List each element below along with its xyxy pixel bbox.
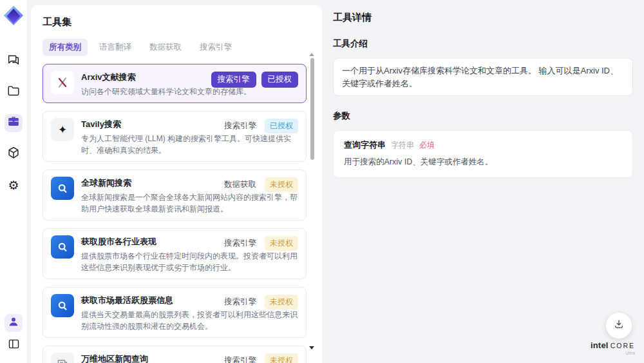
category-label: 数据获取	[224, 179, 256, 190]
sidebar-item-settings[interactable]: ⚙	[5, 176, 23, 194]
tab-all-categories[interactable]: 所有类别	[43, 39, 88, 56]
panel-layout-icon	[7, 337, 21, 353]
category-tabs: 所有类别 语言翻译 数据获取 搜索引擎	[43, 39, 322, 56]
gear-icon: ⚙	[8, 179, 19, 191]
download-icon	[613, 319, 625, 333]
auth-status-badge: 未授权	[265, 236, 298, 251]
page-title: 工具集	[43, 16, 322, 28]
intel-core-logo: intelCORE Ultra	[591, 339, 635, 356]
tool-badges: 数据获取 未授权	[224, 177, 298, 192]
param-required-flag: 必填	[419, 140, 435, 151]
auth-status-badge: 未授权	[265, 177, 298, 192]
user-icon	[7, 315, 20, 331]
param-card: 查询字符串 字符串 必填 用于搜索的Arxiv ID、关键字或作者姓名。	[333, 130, 633, 178]
category-label: 搜索引擎	[224, 121, 256, 132]
folder-icon	[6, 84, 21, 101]
news-search-icon	[51, 235, 74, 259]
left-rail: ⚙	[0, 0, 27, 363]
param-name: 查询字符串	[344, 139, 386, 151]
tool-list-panel: 工具集 所有类别 语言翻译 数据获取 搜索引擎 Arxiv文献搜索 访问各个研究…	[31, 5, 322, 363]
tool-card-global-news[interactable]: 全球新闻搜索 全球新闻搜索是一个聚合全球各大新闻网站内容的搜索引擎，帮助用户快速…	[43, 170, 307, 221]
tool-details-panel: 工具详情 工具介绍 一个用于从Arxiv存储库搜索科学论文和文章的工具。 输入可…	[322, 0, 644, 363]
tool-badges: 搜索引擎 未授权	[224, 236, 298, 251]
tab-search-engine[interactable]: 搜索引擎	[193, 39, 238, 56]
scrollbar-thumb[interactable]	[310, 58, 314, 160]
arxiv-logo-icon	[51, 71, 74, 94]
chat-icon	[6, 53, 21, 70]
tool-badges: 搜索引擎 未授权	[224, 353, 298, 363]
category-label: 搜索引擎	[224, 355, 256, 363]
tool-badges: 搜索引擎 未授权	[224, 295, 298, 309]
auth-status-badge: 已授权	[261, 72, 299, 88]
brand-core-text: CORE	[611, 342, 635, 349]
tool-card-list: Arxiv文献搜索 访问各个研究领域大量科学论文和文章的存储库。 搜索引擎 已授…	[43, 64, 322, 363]
download-button[interactable]	[606, 313, 632, 338]
category-label: 搜索引擎	[224, 238, 256, 249]
category-label: 搜索引擎	[224, 297, 256, 308]
scrollbar-down-arrow[interactable]	[309, 346, 314, 349]
auth-status-badge: 未授权	[265, 353, 298, 363]
toolbox-icon	[6, 115, 21, 132]
tool-card-sector-performance[interactable]: 获取股市各行业表现 提供股票市场各个行业在特定时间段内的表现。投资者可以利用这些…	[43, 228, 307, 279]
app-window: ⚙ 工具	[0, 0, 644, 363]
tool-card-arxiv[interactable]: Arxiv文献搜索 访问各个研究领域大量科学论文和文章的存储库。 搜索引擎 已授…	[43, 64, 307, 103]
brand-ultra-text: Ultra	[591, 351, 635, 356]
app-logo-icon	[3, 5, 24, 26]
tool-badges: 搜索引擎 已授权	[224, 119, 298, 133]
tool-description: 提供当天交易量最高的股票列表，投资者可以利用这些信息来识别流动性强的股票和潜在的…	[81, 309, 298, 332]
tab-data-fetching[interactable]: 数据获取	[143, 39, 188, 56]
tool-card-active-stocks[interactable]: 获取市场最活跃股票信息 提供当天交易量最高的股票列表，投资者可以利用这些信息来识…	[43, 287, 307, 338]
newspaper-icon	[51, 353, 74, 363]
news-search-icon	[51, 294, 74, 317]
tool-description: 提供股票市场各个行业在特定时间段内的表现。投资者可以利用这些信息来识别表现优于或…	[81, 250, 298, 273]
tool-badges: 搜索引擎 已授权	[211, 72, 299, 88]
tool-description: 全球新闻搜索是一个聚合全球各大新闻网站内容的搜索引擎，帮助用户快速获取全球最新资…	[81, 191, 298, 215]
sidebar-item-files[interactable]	[5, 83, 23, 101]
auth-status-badge: 未授权	[265, 295, 298, 309]
scrollbar-up-arrow[interactable]	[309, 53, 314, 56]
sidebar-item-toolbox[interactable]	[5, 114, 23, 132]
auth-status-badge: 已授权	[265, 119, 298, 133]
sidebar-item-models[interactable]	[5, 145, 23, 163]
brand-intel-text: intel	[591, 340, 609, 350]
tab-language-translation[interactable]: 语言翻译	[93, 39, 138, 56]
param-type: 字符串	[391, 140, 414, 151]
tool-description: 专为人工智能代理 (LLM) 构建的搜索引擎工具。可快速提供实时、准确和真实的结…	[81, 133, 298, 156]
tool-card-regional-news[interactable]: 万维地区新闻查询 查询具体行政区划内的新闻，快速了解各地新闻动 搜索引擎 未授权	[43, 346, 307, 363]
news-search-icon	[51, 177, 74, 200]
sidebar-item-account[interactable]	[5, 314, 23, 332]
intro-section-title: 工具介绍	[333, 38, 633, 50]
cube-icon	[6, 146, 21, 162]
tool-card-tavily[interactable]: ✦ Tavily搜索 专为人工智能代理 (LLM) 构建的搜索引擎工具。可快速提…	[43, 111, 307, 162]
intro-card: 一个用于从Arxiv存储库搜索科学论文和文章的工具。 输入可以是Arxiv ID…	[333, 58, 633, 96]
category-badge: 搜索引擎	[211, 72, 256, 88]
tavily-star-icon: ✦	[51, 118, 74, 141]
details-title: 工具详情	[333, 12, 633, 24]
sidebar-item-chat[interactable]	[5, 52, 23, 70]
sidebar-item-collapse[interactable]	[5, 336, 23, 354]
param-description: 用于搜索的Arxiv ID、关键字或作者姓名。	[344, 157, 622, 168]
params-section-title: 参数	[333, 110, 633, 122]
